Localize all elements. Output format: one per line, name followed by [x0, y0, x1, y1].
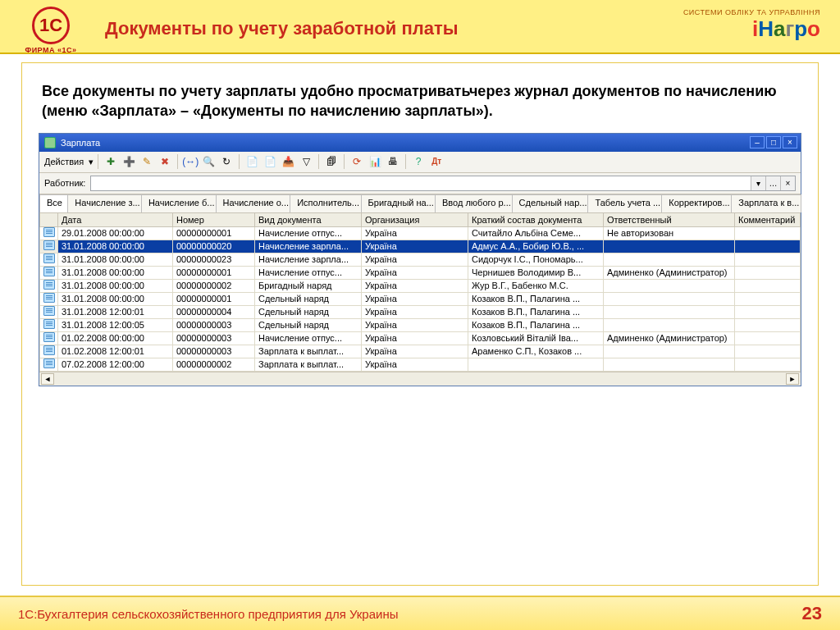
table-row[interactable]: 07.02.2008 12:00:0000000000002Зарплата к…	[40, 358, 801, 371]
cell: Сдельный наряд	[255, 305, 362, 318]
cell: 01.02.2008 12:00:01	[58, 345, 173, 358]
tab-9[interactable]: Корректиров...	[661, 194, 732, 212]
tb-move-icon[interactable]: 📥	[280, 153, 296, 170]
table-row[interactable]: 31.01.2008 12:00:0100000000004Сдельный н…	[40, 305, 801, 318]
row-doc-icon	[40, 253, 58, 266]
tb-add2-icon[interactable]: ➕	[121, 153, 137, 170]
tb-refresh-icon[interactable]: ↻	[218, 153, 235, 170]
table-row[interactable]: 31.01.2008 00:00:0000000000002Бригадный …	[40, 279, 801, 292]
cell: 00000000001	[173, 226, 255, 240]
actions-menu[interactable]: Действия	[44, 157, 87, 167]
col-header-7[interactable]: Комментарий	[735, 212, 801, 226]
row-doc-icon	[40, 345, 58, 358]
tb-doc1-icon[interactable]: 📄	[244, 153, 260, 170]
col-header-0[interactable]	[40, 212, 58, 226]
window-title: Зарплата	[61, 138, 100, 148]
tab-7[interactable]: Сдельный нар...	[512, 194, 589, 212]
cell: 31.01.2008 00:00:00	[58, 279, 173, 292]
tb-find-icon[interactable]: 🔍	[200, 153, 217, 170]
combo-clear-icon[interactable]: ×	[780, 176, 795, 190]
tab-1[interactable]: Начисление з...	[67, 194, 142, 212]
filter-row: Работник: ▾ … ×	[39, 173, 801, 194]
cell: 31.01.2008 00:00:00	[58, 292, 173, 305]
cell: 00000000003	[173, 345, 255, 358]
tab-3[interactable]: Начисление о...	[216, 194, 291, 212]
col-header-2[interactable]: Номер	[173, 212, 255, 226]
cell	[735, 305, 801, 318]
window-minimize-button[interactable]: –	[750, 136, 765, 148]
row-doc-icon	[40, 226, 58, 240]
horizontal-scrollbar[interactable]: ◄ ►	[39, 372, 801, 386]
col-header-6[interactable]: Ответственный	[604, 212, 735, 226]
tab-4[interactable]: Исполнитель...	[290, 194, 361, 212]
table-row[interactable]: 31.01.2008 00:00:0000000000001Сдельный н…	[40, 292, 801, 305]
slide-title: Документы по учету заработной платы	[105, 18, 635, 39]
cell: 00000000001	[173, 292, 255, 305]
tb-dtk-icon[interactable]: Дт	[428, 153, 445, 170]
tab-5[interactable]: Бригадный на...	[361, 194, 436, 212]
cell: Козаков В.П., Палагина ...	[468, 305, 604, 318]
app-window: Зарплата – □ × Действия▾ ✚ ➕ ✎ ✖ (↔) 🔍 ↻	[39, 133, 801, 386]
cell: Сдельный наряд	[255, 318, 362, 331]
table-row[interactable]: 01.02.2008 00:00:0000000000003Начисление…	[40, 331, 801, 345]
combo-dropdown-icon[interactable]: ▾	[751, 176, 765, 190]
window-maximize-button[interactable]: □	[766, 136, 781, 148]
data-grid[interactable]: ДатаНомерВид документаОрганизацияКраткий…	[39, 212, 801, 386]
tb-filter-icon[interactable]: ▽	[298, 153, 314, 170]
table-row[interactable]: 31.01.2008 00:00:0000000000020Начисление…	[40, 240, 801, 253]
cell	[604, 318, 735, 331]
scroll-left-button[interactable]: ◄	[41, 373, 54, 385]
cell	[735, 331, 801, 345]
tb-report-icon[interactable]: 📊	[367, 153, 383, 170]
brand-inagro-tagline: СИСТЕМИ ОБЛІКУ ТА УПРАВЛІННЯ	[683, 8, 820, 16]
tb-post-icon[interactable]: ⟳	[349, 153, 365, 170]
row-doc-icon	[40, 358, 58, 371]
row-doc-icon	[40, 292, 58, 305]
tab-0[interactable]: Все	[39, 194, 68, 212]
cell	[735, 318, 801, 331]
tb-help-icon[interactable]: ?	[410, 153, 427, 170]
cell: Україна	[362, 345, 468, 358]
cell: Админенко (Администратор)	[604, 266, 735, 279]
tab-6[interactable]: Ввод любого р...	[435, 194, 513, 212]
tb-delete-icon[interactable]: ✖	[157, 153, 173, 170]
window-titlebar: Зарплата – □ ×	[39, 134, 801, 152]
cell: 00000000003	[173, 331, 255, 345]
col-header-4[interactable]: Организация	[362, 212, 468, 226]
cell: 29.01.2008 00:00:00	[58, 226, 173, 240]
col-header-5[interactable]: Краткий состав документа	[468, 212, 604, 226]
tab-2[interactable]: Начисление б...	[141, 194, 217, 212]
worker-filter-combo[interactable]: ▾ … ×	[90, 176, 796, 191]
combo-select-icon[interactable]: …	[765, 176, 780, 190]
tab-8[interactable]: Табель учета ...	[587, 194, 662, 212]
tb-edit-icon[interactable]: ✎	[139, 153, 155, 170]
tb-copy-icon[interactable]: 🗐	[323, 153, 340, 170]
slide-description: Все документы по учету зарплаты удобно п…	[42, 81, 798, 121]
tb-print-icon[interactable]: 🖶	[385, 153, 401, 170]
table-row[interactable]: 01.02.2008 12:00:0100000000003Зарплата к…	[40, 345, 801, 358]
tb-doc2-icon[interactable]: 📄	[262, 153, 278, 170]
scroll-right-button[interactable]: ►	[786, 373, 799, 385]
window-icon	[44, 137, 56, 148]
brand-inagro-text: іНагро	[683, 16, 820, 42]
window-close-button[interactable]: ×	[783, 136, 797, 148]
col-header-3[interactable]: Вид документа	[255, 212, 362, 226]
content-frame: Все документы по учету зарплаты удобно п…	[21, 62, 819, 586]
cell	[735, 266, 801, 279]
tb-interval-icon[interactable]: (↔)	[182, 153, 199, 170]
cell	[468, 358, 604, 371]
col-header-1[interactable]: Дата	[58, 212, 173, 226]
table-row[interactable]: 29.01.2008 00:00:0000000000001Начисление…	[40, 226, 801, 240]
table-row[interactable]: 31.01.2008 00:00:0000000000023Начисление…	[40, 253, 801, 266]
cell: Чернишев Володимир В...	[468, 266, 604, 279]
cell	[735, 279, 801, 292]
cell	[735, 345, 801, 358]
cell: Бригадный наряд	[255, 279, 362, 292]
tb-add-icon[interactable]: ✚	[103, 153, 119, 170]
cell: Адмус А.А., Бобир Ю.В., ...	[468, 240, 604, 253]
cell: Україна	[362, 305, 468, 318]
table-row[interactable]: 31.01.2008 12:00:0500000000003Сдельный н…	[40, 318, 801, 331]
table-row[interactable]: 31.01.2008 00:00:0000000000001Начисление…	[40, 266, 801, 279]
tab-10[interactable]: Зарплата к в...	[731, 194, 801, 212]
row-doc-icon	[40, 318, 58, 331]
